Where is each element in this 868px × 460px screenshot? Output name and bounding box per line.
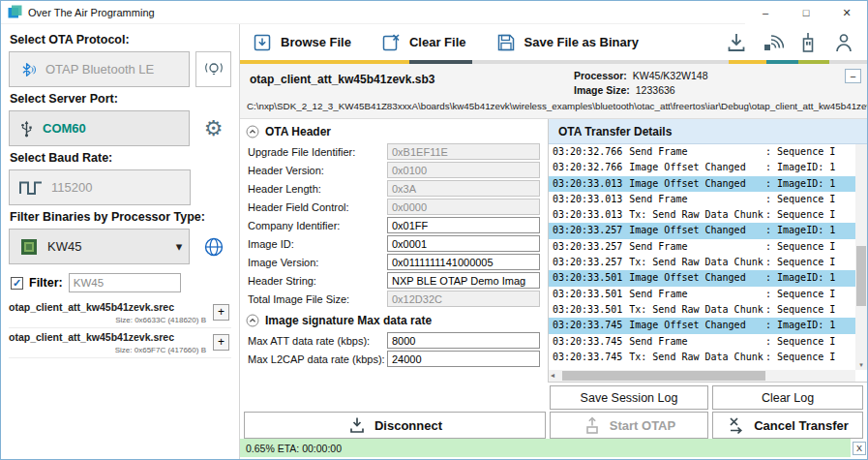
log-event: Tx: Send Raw Data Chunk [629, 304, 763, 315]
cancel-transfer-button[interactable]: Cancel Transfer [712, 412, 863, 439]
baud-wave-icon [19, 181, 43, 195]
add-file-button[interactable]: + [213, 334, 229, 351]
log-buttons-row: Save Session Log Clear Log [548, 385, 867, 410]
log-event: Send Frame [629, 336, 687, 347]
log-detail: : Sequence I [765, 334, 835, 350]
protocol-button[interactable]: OTAP Bluetooth LE [9, 51, 190, 87]
field-input[interactable] [387, 180, 540, 197]
file-item[interactable]: otap_client_att_kw45b41zevk.srec Size: 0… [9, 328, 231, 358]
field-input[interactable] [387, 162, 540, 178]
processor-web-button[interactable] [195, 229, 231, 264]
log-event: Image Offset Changed [629, 162, 745, 172]
beacon-scan-button[interactable] [195, 51, 231, 87]
globe-icon [203, 236, 224, 258]
port-settings-button[interactable]: ⚙ [195, 110, 231, 146]
field-input[interactable] [387, 217, 540, 233]
ota-header-section-head[interactable]: OTA Header [240, 119, 548, 142]
app-icon [8, 5, 22, 19]
field-label: Upgrade File Identifier: [248, 146, 355, 158]
field-input[interactable] [387, 235, 540, 252]
signature-section-head[interactable]: Image signature Max data rate [240, 308, 548, 331]
clear-log-button[interactable]: Clear Log [712, 385, 863, 410]
status-close-button[interactable]: X [853, 442, 866, 455]
image-size-info: Image Size:1233636 [574, 84, 675, 96]
close-button[interactable]: ✕ [826, 1, 867, 24]
usb-port-button[interactable] [796, 31, 820, 54]
beacon-icon [203, 59, 224, 80]
progress-status-bar: 0.65% ETA: 00:00:00 [240, 439, 851, 457]
browse-file-button[interactable]: Browse File [252, 32, 351, 53]
horizontal-scrollbar[interactable]: ◂ [549, 370, 855, 382]
field-input[interactable] [387, 254, 540, 270]
scroll-down-arrow-icon[interactable]: ▾ [855, 359, 867, 370]
about-user-button[interactable] [832, 31, 855, 54]
field-label: Image Version: [248, 257, 318, 268]
log-detail: : Sequence I [765, 350, 835, 365]
processor-info-label: Processor: [574, 70, 627, 81]
filter-checkbox[interactable]: ✓ [11, 277, 23, 290]
horizontal-scrollbar-thumb[interactable] [562, 371, 765, 381]
field-input[interactable] [387, 143, 540, 160]
processor-dropdown[interactable]: KW45 ▾ [9, 229, 190, 264]
field-input[interactable] [387, 351, 540, 367]
com-port-label: COM60 [43, 121, 86, 136]
log-row: 03:20:33.501Send Frame : Sequence I [549, 287, 855, 302]
log-event: Image Offset Changed [629, 225, 745, 235]
log-row: 03:20:33.257Send Frame : Sequence I [549, 239, 855, 255]
field-input[interactable] [387, 272, 540, 289]
rf-test-button[interactable] [761, 31, 784, 54]
file-name: otap_client_att_kw45b41zevk.srec [9, 328, 231, 343]
field-input[interactable] [387, 199, 540, 215]
server-port-label: Select Server Port: [10, 92, 231, 106]
baud-rate-button[interactable]: 115200 [9, 169, 191, 205]
clear-file-label: Clear File [409, 35, 466, 49]
form-row: Image ID: [240, 234, 548, 253]
vertical-scrollbar-thumb[interactable] [856, 246, 866, 306]
log-row: 03:20:32.766Image Offset Changed : Image… [549, 160, 855, 175]
file-list: otap_client_att_kw45b41zevk.srec Size: 0… [9, 298, 231, 358]
minimize-button[interactable]: – [745, 1, 786, 24]
com-port-button[interactable]: COM60 [9, 110, 190, 146]
add-file-button[interactable]: + [213, 304, 229, 321]
filter-label: Filter: [29, 276, 63, 290]
transfer-log[interactable]: 03:20:32.766Send Frame : Sequence I 03:2… [549, 144, 855, 370]
start-otap-button[interactable]: Start OTAP [550, 412, 708, 439]
scroll-left-arrow-icon[interactable]: ◂ [551, 370, 554, 382]
collapse-icon [246, 125, 259, 138]
log-detail: : Sequence I [765, 144, 835, 160]
field-label: Header String: [248, 275, 316, 287]
log-row: 03:20:33.013Tx: Send Raw Data Chunk : Se… [549, 207, 855, 223]
form-row: Upgrade File Identifier: [240, 142, 548, 161]
log-row: 03:20:33.257Tx: Send Raw Data Chunk : Se… [549, 255, 855, 270]
log-row: 03:20:32.766Send Frame : Sequence I [549, 144, 855, 160]
protocol-label: Select OTA Protocol: [10, 33, 231, 46]
field-label: Header Version: [248, 165, 324, 176]
vertical-scrollbar[interactable]: ▾ [855, 144, 867, 370]
log-time: 03:20:32.766 [553, 146, 622, 157]
disconnect-button[interactable]: Disconnect [244, 412, 546, 439]
rf-waves-icon [761, 31, 784, 54]
log-event: Tx: Send Raw Data Chunk [629, 352, 763, 362]
filter-input[interactable] [69, 273, 181, 292]
field-input[interactable] [387, 291, 540, 307]
field-input[interactable] [387, 332, 540, 349]
transfer-details-panel: OTA Transfer Details 03:20:32.766Send Fr… [548, 119, 867, 383]
log-row: 03:20:33.745Send Frame : Sequence I [549, 334, 855, 350]
log-time: 03:20:33.745 [553, 336, 622, 347]
log-row: 03:20:33.013Send Frame : Sequence I [549, 192, 855, 207]
collapse-fileinfo-button[interactable]: − [845, 69, 861, 83]
title-bar: Over The Air Programming – □ ✕ [1, 1, 867, 24]
usb-icon [19, 120, 34, 138]
maximize-button[interactable]: □ [786, 1, 826, 24]
log-event: Send Frame [629, 241, 687, 252]
file-item[interactable]: otap_client_att_kw45b41zevk.srec Size: 0… [9, 298, 231, 328]
flash-download-button[interactable] [725, 31, 748, 54]
server-port-row: COM60 ⚙ [9, 110, 231, 146]
log-event: Send Frame [629, 289, 687, 299]
save-session-log-button[interactable]: Save Session Log [550, 385, 708, 410]
save-binary-button[interactable]: Save File as Binary [495, 32, 640, 53]
clear-file-button[interactable]: Clear File [380, 32, 466, 53]
file-info-panel: otap_client_att_kw45b41zevk.sb3 Processo… [240, 64, 867, 119]
log-detail: : Sequence I [765, 302, 835, 318]
cancel-transfer-label: Cancel Transfer [754, 418, 849, 433]
